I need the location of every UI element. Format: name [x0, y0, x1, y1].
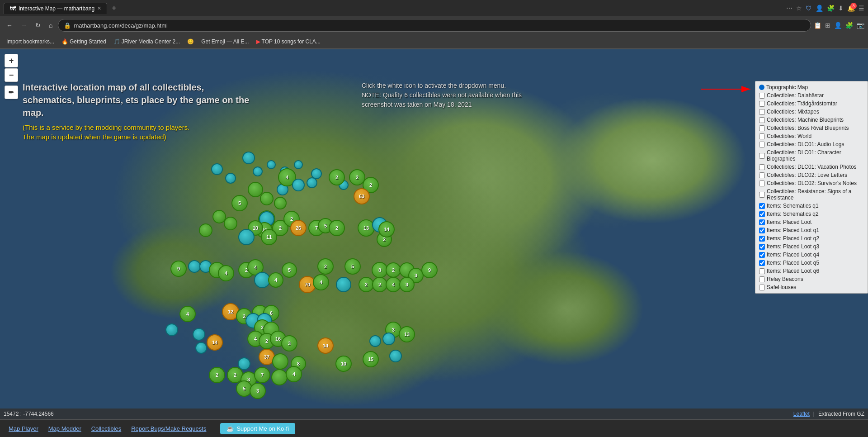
dropdown-item-0[interactable]: Collectibles: Dalahästar — [755, 91, 868, 100]
checkbox-21[interactable] — [759, 276, 765, 282]
bookmark-get-emoji[interactable]: Get Emoji — All E... — [198, 38, 251, 46]
leaflet-link[interactable]: Leaflet — [793, 411, 810, 417]
map-cluster-59[interactable] — [336, 277, 351, 292]
map-type-option[interactable]: Topographic Map — [755, 83, 868, 91]
dropdown-item-17[interactable]: Items: Placed Loot q3 — [755, 242, 868, 251]
map-cluster-50[interactable]: 2 — [317, 258, 334, 275]
map-cluster-96[interactable] — [271, 369, 288, 385]
notification-icon[interactable]: 🔔3 — [847, 5, 855, 12]
edit-btn[interactable]: ✏ — [5, 86, 18, 99]
map-cluster-44[interactable]: 4 — [218, 265, 234, 281]
dropdown-item-12[interactable]: Items: Schematics q1 — [755, 202, 868, 210]
map-cluster-27[interactable]: 26 — [290, 220, 307, 236]
map-cluster-95[interactable]: 7 — [254, 367, 270, 383]
zoom-out-btn[interactable]: − — [5, 68, 18, 82]
map-cluster-53[interactable]: 2 — [386, 262, 401, 278]
map-cluster-3[interactable] — [253, 166, 263, 176]
map-cluster-86[interactable] — [389, 350, 402, 362]
map-cluster-30[interactable]: 2 — [329, 220, 345, 236]
map-cluster-58[interactable]: 4 — [313, 274, 329, 290]
screenshot-icon[interactable]: 📷 — [857, 22, 864, 29]
bookmark-getting-started[interactable]: 🔥 Getting Started — [59, 38, 109, 46]
checkbox-10[interactable] — [759, 180, 765, 186]
tab-close-btn[interactable]: ✕ — [97, 5, 101, 11]
dropdown-item-7[interactable]: Collectibles: DLC01: Character Biographi… — [755, 148, 868, 163]
nav-collectibles[interactable]: Collectibles — [86, 423, 126, 434]
dropdown-item-14[interactable]: Items: Placed Loot — [755, 218, 868, 226]
new-tab-btn[interactable]: + — [109, 2, 119, 15]
dropdown-item-13[interactable]: Items: Schematics q2 — [755, 210, 868, 218]
checkbox-4[interactable] — [759, 125, 765, 131]
dropdown-item-16[interactable]: Items: Placed Loot q2 — [755, 234, 868, 242]
map-cluster-0[interactable] — [242, 152, 255, 164]
map-cluster-38[interactable]: 11 — [261, 229, 277, 245]
checkbox-2[interactable] — [759, 109, 765, 115]
map-cluster-48[interactable]: 4 — [268, 272, 283, 288]
checkbox-14[interactable] — [759, 219, 765, 225]
downloads-icon[interactable]: ⬇ — [838, 5, 844, 12]
map-cluster-56[interactable]: 9 — [421, 262, 438, 278]
bookmark-jriver[interactable]: 🎵 JRiver Media Center 2... — [111, 38, 183, 46]
map-cluster-34[interactable]: 14 — [378, 221, 395, 238]
extensions-icon[interactable]: ⋯ — [786, 5, 793, 12]
collections-icon[interactable]: ⊞ — [825, 22, 830, 29]
dropdown-item-18[interactable]: Items: Placed Loot q4 — [755, 251, 868, 259]
map-cluster-39[interactable] — [238, 229, 255, 245]
checkbox-16[interactable] — [759, 236, 765, 242]
shield-icon[interactable]: 🛡 — [806, 5, 812, 12]
map-cluster-62[interactable]: 4 — [386, 277, 401, 292]
map-cluster-17[interactable]: 2 — [329, 169, 345, 185]
dropdown-item-8[interactable]: Collectibles: DLC01: Vacation Photos — [755, 163, 868, 171]
radio-topographic[interactable] — [759, 85, 764, 90]
checkbox-1[interactable] — [759, 101, 765, 107]
bookmark-import[interactable]: Import bookmarks... — [4, 38, 57, 46]
dropdown-item-15[interactable]: Items: Placed Loot q1 — [755, 226, 868, 234]
map-cluster-80[interactable]: 4 — [179, 306, 196, 322]
checkbox-22[interactable] — [759, 285, 765, 290]
map-cluster-88[interactable] — [272, 353, 288, 370]
map-cluster-1[interactable] — [211, 163, 223, 175]
map-cluster-20[interactable]: 63 — [354, 188, 370, 204]
map-cluster-40[interactable]: 9 — [170, 261, 187, 277]
bookmark-emoji-face[interactable]: 😊 — [184, 38, 197, 46]
checkbox-0[interactable] — [759, 93, 765, 99]
dropdown-item-22[interactable]: SafeHouses — [755, 283, 868, 291]
nav-map-player[interactable]: Map Player — [4, 423, 43, 434]
dropdown-item-10[interactable]: Collectibles: DLC02: Survivor's Notes — [755, 179, 868, 187]
map-cluster-90[interactable]: 10 — [335, 356, 352, 372]
checkbox-20[interactable] — [759, 268, 765, 274]
map-cluster-97[interactable]: 4 — [286, 366, 302, 382]
checkbox-8[interactable] — [759, 164, 765, 170]
map-cluster-61[interactable]: 2 — [372, 277, 387, 292]
dropdown-item-6[interactable]: Collectibles: DLC01: Audio Logs — [755, 140, 868, 148]
map-cluster-49[interactable]: 5 — [282, 262, 297, 278]
map-cluster-83[interactable]: 14 — [207, 334, 223, 351]
dropdown-item-2[interactable]: Collectibles: Mixtapes — [755, 108, 868, 116]
map-cluster-100[interactable]: 2 — [209, 367, 225, 383]
map-cluster-41[interactable] — [188, 260, 201, 273]
checkbox-5[interactable] — [759, 133, 765, 139]
forward-btn[interactable]: → — [18, 20, 30, 31]
reload-btn[interactable]: ↻ — [33, 20, 43, 31]
dropdown-item-1[interactable]: Collectibles: Trädgårdstomtar — [755, 100, 868, 108]
checkbox-3[interactable] — [759, 117, 765, 123]
dropdown-item-4[interactable]: Collectibles: Boss Rival Blueprints — [755, 124, 868, 132]
menu-icon[interactable]: ☰ — [859, 5, 864, 12]
checkbox-12[interactable] — [759, 203, 765, 209]
map-cluster-14[interactable] — [292, 179, 305, 191]
map-cluster-82[interactable] — [193, 328, 205, 341]
map-cluster-75[interactable]: 3 — [281, 335, 297, 352]
map-cluster-60[interactable]: 2 — [359, 277, 374, 292]
active-tab[interactable]: 🗺 Interactive Map — mathartbang ✕ — [4, 3, 107, 14]
checkbox-9[interactable] — [759, 172, 765, 178]
map-cluster-22[interactable] — [224, 217, 237, 230]
dropdown-item-11[interactable]: Collectibles: Resistance: Signs of a Res… — [755, 187, 868, 202]
dropdown-item-21[interactable]: Relay Beacons — [755, 275, 868, 283]
map-cluster-2[interactable] — [225, 173, 236, 184]
user-account-icon[interactable]: 👤 — [834, 22, 842, 29]
map-cluster-12[interactable] — [274, 197, 287, 209]
nav-report-bugs[interactable]: Report Bugs/Make Requests — [126, 423, 211, 434]
checkbox-11[interactable] — [759, 192, 765, 198]
home-btn[interactable]: ⌂ — [46, 20, 55, 31]
reading-list-icon[interactable]: 📋 — [814, 22, 821, 29]
